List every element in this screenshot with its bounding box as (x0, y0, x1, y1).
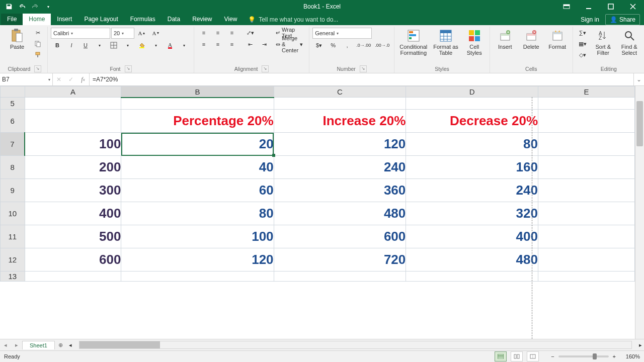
tab-scroll-right-icon[interactable]: ▸ (11, 342, 22, 348)
zoom-slider[interactable] (558, 355, 609, 357)
merge-center-button[interactable]: ⇔ Merge & Center ▾ (273, 39, 306, 49)
increase-indent-button[interactable]: ⇥ (258, 39, 271, 49)
cell[interactable]: 80 (406, 133, 538, 156)
row-header[interactable]: 9 (1, 179, 25, 202)
expand-formula-bar-icon[interactable]: ⌄ (633, 73, 644, 85)
cut-button[interactable]: ✂ (31, 28, 44, 38)
enter-formula-icon[interactable]: ✓ (65, 76, 77, 83)
tab-view[interactable]: View (218, 14, 244, 25)
cell[interactable]: 480 (406, 248, 538, 272)
clear-button[interactable]: ◇▾ (576, 50, 589, 60)
row-header[interactable]: 12 (1, 248, 25, 272)
cell-selected[interactable]: 20 (121, 133, 274, 156)
format-as-table-button[interactable]: Format as Table (431, 28, 460, 57)
col-header-D[interactable]: D (406, 86, 538, 98)
decrease-indent-button[interactable]: ⇤ (244, 39, 257, 49)
cell[interactable]: 120 (121, 248, 274, 272)
sign-in-link[interactable]: Sign in (578, 14, 602, 25)
cell[interactable]: 300 (25, 179, 121, 202)
cell[interactable] (538, 225, 635, 248)
accounting-format-button[interactable]: $▾ (312, 40, 326, 50)
align-bottom-button[interactable]: ≡ (225, 28, 238, 38)
decrease-font-button[interactable]: A▼ (149, 28, 163, 38)
conditional-formatting-button[interactable]: Conditional Formatting (397, 28, 429, 57)
decrease-decimal-button[interactable]: .00→.0 (373, 40, 391, 50)
share-button[interactable]: 👤 Share (605, 14, 640, 25)
align-top-button[interactable]: ≡ (197, 28, 210, 38)
tab-insert[interactable]: Insert (51, 14, 78, 25)
scroll-right-icon[interactable]: ▸ (639, 342, 642, 348)
zoom-level[interactable]: 160% (620, 353, 640, 359)
cell[interactable] (538, 133, 635, 156)
dialog-launcher-icon[interactable]: ↘ (34, 65, 41, 72)
font-size-combo[interactable]: 20▾ (111, 28, 134, 39)
percent-format-button[interactable]: % (327, 40, 340, 50)
format-cells-button[interactable]: Format (545, 28, 570, 51)
paste-button[interactable]: Paste (5, 28, 29, 51)
cell[interactable]: 80 (121, 202, 274, 225)
cell[interactable]: Percentage 20% (121, 110, 274, 133)
cell[interactable]: 320 (406, 202, 538, 225)
view-page-break-button[interactable] (527, 351, 539, 361)
tab-scroll-left-icon[interactable]: ◂ (0, 342, 11, 348)
col-header-E[interactable]: E (538, 86, 635, 98)
cell[interactable]: 100 (25, 133, 121, 156)
cell[interactable]: 400 (406, 225, 538, 248)
cell[interactable]: 200 (25, 156, 121, 179)
find-select-button[interactable]: Find & Select (617, 28, 641, 57)
new-sheet-button[interactable]: ⊕ (55, 342, 67, 348)
fill-color-button[interactable] (135, 40, 148, 50)
row-header[interactable]: 13 (1, 272, 25, 282)
vertical-scrollbar[interactable] (635, 86, 644, 339)
insert-function-button[interactable]: fx (77, 76, 89, 83)
cell[interactable]: 240 (274, 156, 406, 179)
horizontal-scrollbar[interactable]: ◂ ▸ (67, 341, 644, 349)
cell[interactable]: Decrease 20% (406, 110, 538, 133)
copy-button[interactable] (31, 39, 44, 49)
tab-formulas[interactable]: Formulas (124, 14, 162, 25)
cell[interactable] (25, 110, 121, 133)
align-right-button[interactable]: ≡ (225, 39, 238, 49)
increase-decimal-button[interactable]: .0→.00 (355, 40, 372, 50)
row-header[interactable]: 8 (1, 156, 25, 179)
cell[interactable] (538, 248, 635, 272)
orientation-button[interactable]: ⤢▾ (244, 28, 257, 38)
dialog-launcher-icon[interactable]: ↘ (262, 65, 269, 72)
align-middle-button[interactable]: ≡ (211, 28, 224, 38)
cancel-formula-icon[interactable]: ✕ (53, 76, 65, 83)
worksheet-grid[interactable]: A B C D E 5 6 Percentage 20% Increase 20… (0, 86, 635, 339)
col-header-B[interactable]: B (121, 86, 274, 98)
row-header[interactable]: 10 (1, 202, 25, 225)
zoom-in-button[interactable]: + (613, 353, 616, 359)
italic-button[interactable]: I (65, 40, 78, 50)
autosum-button[interactable]: ∑▾ (576, 28, 589, 38)
font-name-combo[interactable]: Calibri▾ (51, 28, 110, 39)
increase-font-button[interactable]: A▲ (135, 28, 148, 38)
undo-icon[interactable] (16, 1, 28, 12)
number-format-combo[interactable]: General▾ (312, 28, 372, 39)
cell[interactable]: 240 (406, 179, 538, 202)
align-left-button[interactable]: ≡ (197, 39, 210, 49)
cell[interactable] (538, 179, 635, 202)
scrollbar-thumb[interactable] (79, 341, 160, 348)
underline-button[interactable]: U (79, 40, 92, 50)
cell-styles-button[interactable]: Cell Styles (462, 28, 487, 57)
select-all-corner[interactable] (1, 86, 25, 98)
maximize-button[interactable] (600, 0, 622, 13)
name-box[interactable]: B7▾ (0, 73, 53, 85)
insert-cells-button[interactable]: Insert (493, 28, 517, 51)
row-header[interactable]: 7 (1, 133, 25, 156)
delete-cells-button[interactable]: Delete (519, 28, 543, 51)
col-header-A[interactable]: A (25, 86, 121, 98)
qat-customize-icon[interactable]: ▾ (42, 1, 54, 12)
view-normal-button[interactable] (495, 351, 507, 361)
view-page-layout-button[interactable] (511, 351, 523, 361)
cell[interactable]: 360 (274, 179, 406, 202)
border-button[interactable] (107, 40, 120, 50)
tab-data[interactable]: Data (162, 14, 186, 25)
cell[interactable] (538, 202, 635, 225)
ribbon-display-icon[interactable] (555, 0, 578, 13)
scroll-left-icon[interactable]: ◂ (69, 342, 72, 348)
cell[interactable]: 600 (25, 248, 121, 272)
cell[interactable]: 400 (25, 202, 121, 225)
